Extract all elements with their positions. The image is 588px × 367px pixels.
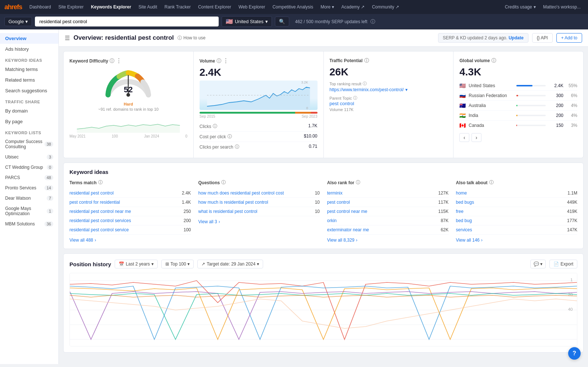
country-name: India [469,113,513,118]
idea-link[interactable]: residential pest control services [69,218,131,223]
idea-value: 419K [567,209,577,214]
global-country-row: 🇦🇺 Australia 200 4% [459,101,577,111]
search-bar: Google ▾ 🇺🇸 United States ▾ 🔍 462 / 500 … [0,14,588,29]
sidebar-item-list-7[interactable]: MBM Solutions 36 [0,219,58,229]
parent-topic-help-icon[interactable]: ⓘ [353,95,357,101]
nav-site-explorer[interactable]: Site Explorer [55,3,87,11]
svg-text:3.2K: 3.2K [301,81,308,84]
update-link[interactable]: Update [509,35,524,40]
view-all-link[interactable]: View all 3 › [198,219,320,224]
country-selector[interactable]: 🇺🇸 United States ▾ [222,16,272,27]
kd-menu-icon[interactable]: ⋮ [116,57,122,64]
nav-rank-tracker[interactable]: Rank Tracker [162,3,194,11]
nav-web-explorer[interactable]: Web Explorer [236,3,268,11]
parent-topic-volume: Volume 117K [330,107,448,112]
sidebar-item-overview[interactable]: Overview [0,33,58,44]
next-arrow[interactable]: › [472,133,481,142]
idea-link[interactable]: terminix [327,190,343,196]
sidebar-item-search-suggestions[interactable]: Search suggestions [0,85,58,96]
sidebar-item-by-page[interactable]: By page [0,116,58,127]
idea-link[interactable]: residential pest control service [69,227,129,232]
top-result-url[interactable]: https://www.terminix.com/pest-control/ ▾ [330,87,448,92]
view-all-link[interactable]: View all 488 › [69,238,191,243]
chevron-down-icon: ▾ [265,19,268,24]
cpc-help-icon[interactable]: ⓘ [227,133,232,140]
api-button[interactable]: {} API [532,33,553,43]
sidebar-item-list-6[interactable]: Google Mays Optimization 1 [0,203,58,219]
idea-link[interactable]: how much does residential pest control c… [198,190,284,196]
main-content: ☰ Overview: residential pest control ⓘ H… [59,29,588,364]
sidebar-item-by-domain[interactable]: By domain [0,106,58,116]
idea-link[interactable]: home [456,190,467,196]
keyword-search-input[interactable] [35,17,219,26]
top-100-filter[interactable]: ⊞ Top 100 ▾ [161,260,194,268]
credits-usage-button[interactable]: Credits usage ▾ [502,3,539,11]
nav-content-explorer[interactable]: Content Explorer [195,3,234,11]
nav-keywords-explorer[interactable]: Keywords Explorer [88,3,134,11]
volume-date-to: Sep 2023 [302,114,318,118]
volume-help-icon[interactable]: ⓘ [216,58,221,64]
sidebar-item-list-5[interactable]: Dear Watson 7 [0,193,58,203]
chart-comment-button[interactable]: 💬 ▾ [530,260,546,268]
idea-link[interactable]: how much is residential pest control [198,200,268,205]
sidebar-item-list-1[interactable]: Ubisec 3 [0,152,58,162]
add-to-button[interactable]: + Add to [556,33,582,43]
how-to-use-button[interactable]: ⓘ How to use [178,35,205,41]
idea-row: bed bugs449K [456,198,578,207]
volume-menu-icon[interactable]: ⋮ [223,57,229,64]
view-all-link[interactable]: View all 146 › [456,238,578,243]
idea-link[interactable]: what is residential pest control [198,209,258,214]
help-bubble[interactable]: ? [568,347,581,360]
idea-link[interactable]: residential pest control near me [69,209,131,214]
col-help-icon[interactable]: ⓘ [98,179,103,186]
export-button[interactable]: 📄 Export [549,260,577,268]
idea-value: 115K [438,209,448,214]
nav-community[interactable]: Community ↗ [369,3,402,11]
workspace-button[interactable]: Matteo's workssp... [540,3,584,11]
kd-help-icon[interactable]: ⓘ [110,58,114,64]
gv-help-icon[interactable]: ⓘ [491,57,496,64]
last-years-filter[interactable]: 📅 Last 2 years ▾ [115,260,157,268]
col-help-icon[interactable]: ⓘ [221,179,226,186]
idea-link[interactable]: free [456,209,464,214]
search-button[interactable]: 🔍 [275,17,289,26]
target-date-filter[interactable]: ↗ Target date: 29 Jan 2024 ▾ [197,260,263,268]
col-help-icon[interactable]: ⓘ [356,179,360,186]
idea-link[interactable]: bed bugs [456,200,474,205]
nav-competitive-analysis[interactable]: Competitive Analysis [269,3,316,11]
col-help-icon[interactable]: ⓘ [489,179,494,186]
nav-site-audit[interactable]: Site Audit [136,3,160,11]
idea-link[interactable]: residential pest control [69,190,114,196]
idea-link[interactable]: pest control near me [327,209,367,214]
cps-help-icon[interactable]: ⓘ [235,144,239,150]
pos-history-title: Position history [69,261,111,267]
sidebar-item-related-terms[interactable]: Related terms [0,75,58,85]
idea-value: 2.4K [182,190,191,196]
tp-help-icon[interactable]: ⓘ [364,57,369,64]
menu-icon[interactable]: ☰ [65,35,70,42]
clicks-help-icon[interactable]: ⓘ [213,123,217,129]
idea-link[interactable]: exterminator near me [327,227,369,232]
kd-title: Keyword Difficulty ⓘ ⋮ [69,57,187,64]
idea-link[interactable]: services [456,227,472,232]
sidebar-item-ads-history[interactable]: Ads history [0,44,58,54]
prev-arrow[interactable]: ‹ [459,133,469,142]
nav-academy[interactable]: Academy ↗ [338,3,368,11]
idea-link[interactable]: pest control for residential [69,200,120,205]
sidebar-item-list-4[interactable]: Pronto Services 14 [0,183,58,193]
view-all-link[interactable]: View all 8,329 › [327,238,449,243]
engine-selector[interactable]: Google ▾ [4,17,32,26]
sidebar-item-list-2[interactable]: CT Wedding Group 0 [0,162,58,172]
sidebar-item-matching-terms[interactable]: Matching terms [0,64,58,75]
nav-dashboard[interactable]: Dashboard [26,3,54,11]
sidebar-item-list-3[interactable]: PARCS 48 [0,172,58,183]
idea-link[interactable]: orkin [327,218,337,223]
kd-label: Hard [69,102,187,106]
idea-link[interactable]: pest control [327,200,350,205]
nav-more[interactable]: More ▾ [318,3,337,11]
main-layout: Overview Ads history Keyword ideas Match… [0,29,588,364]
top-result-help-icon[interactable]: ⓘ [363,81,367,86]
idea-link[interactable]: bed bug [456,218,472,223]
sidebar-item-list-0[interactable]: Computer Success Consulting 38 [0,136,58,152]
parent-topic-value[interactable]: pest control [330,101,448,106]
